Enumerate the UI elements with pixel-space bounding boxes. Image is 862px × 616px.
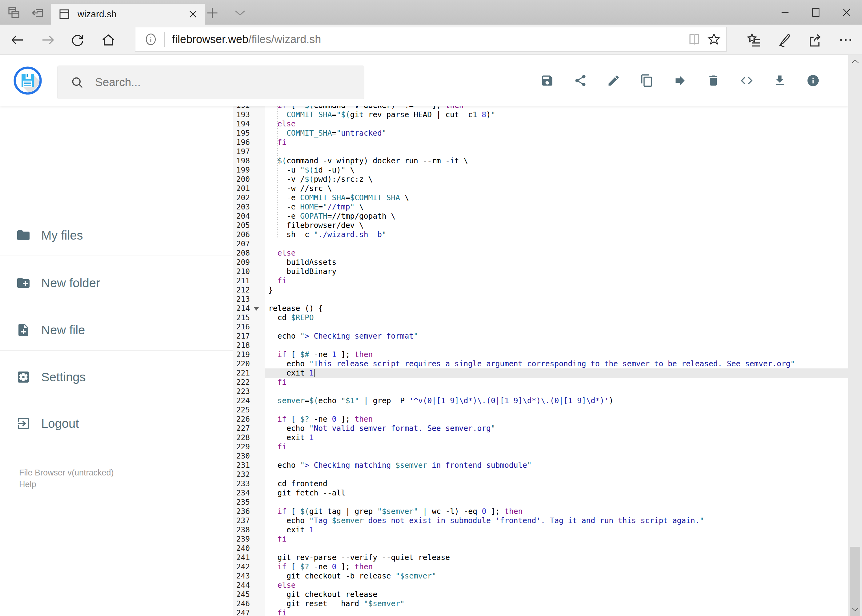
code-line-202[interactable]: 202 -e COMMIT_SHA=$COMMIT_SHA \ xyxy=(233,193,848,202)
search-input[interactable]: Search... xyxy=(57,66,364,99)
maximize-button[interactable] xyxy=(801,0,831,25)
sidebar-item-new-file[interactable]: New file xyxy=(0,319,233,341)
code-line-238[interactable]: 238 exit 1 xyxy=(233,525,848,534)
code-line-222[interactable]: 222 fi xyxy=(233,378,848,387)
code-line-234[interactable]: 234 git fetch --all xyxy=(233,489,848,498)
code-line-233[interactable]: 233 cd frontend xyxy=(233,479,848,489)
close-window-button[interactable] xyxy=(831,0,862,25)
delete-button[interactable] xyxy=(707,74,720,87)
code-line-212[interactable]: 212} xyxy=(233,285,848,295)
url-text[interactable]: filebrowser.web/files/wizard.sh xyxy=(172,33,687,46)
code-line-193[interactable]: 193 COMMIT_SHA="$(git rev-parse HEAD | c… xyxy=(233,110,848,119)
code-line-225[interactable]: 225 xyxy=(233,405,848,415)
code-line-224[interactable]: 224 semver=$(echo "$1" | grep -P '^v(0|[… xyxy=(233,396,848,405)
code-line-227[interactable]: 227 echo "Not valid semver format. See s… xyxy=(233,424,848,433)
code-line-217[interactable]: 217 echo "> Checking semver format" xyxy=(233,332,848,341)
info-button[interactable] xyxy=(806,74,820,87)
address-bar[interactable]: filebrowser.web/files/wizard.sh xyxy=(136,27,726,51)
move-button[interactable] xyxy=(673,74,687,87)
code-line-205[interactable]: 205 filebrowser/dev \ xyxy=(233,221,848,230)
code-line-242[interactable]: 242 if [ $? -ne 0 ]; then xyxy=(233,562,848,571)
code-line-207[interactable]: 207 xyxy=(233,239,848,248)
code-line-221[interactable]: 221 exit 1 xyxy=(233,368,848,378)
code-line-236[interactable]: 236 if [ $(git tag | grep "$semver" | wc… xyxy=(233,507,848,516)
scroll-up-icon[interactable] xyxy=(848,56,862,67)
minimize-button[interactable] xyxy=(770,0,801,25)
code-line-220[interactable]: 220 echo "This release script requires a… xyxy=(233,359,848,368)
code-line-204[interactable]: 204 -e GOPATH=//tmp/gopath \ xyxy=(233,212,848,221)
code-line-229[interactable]: 229 fi xyxy=(233,442,848,451)
sidebar-item-new-folder[interactable]: New folder xyxy=(0,272,233,294)
page-scrollbar[interactable] xyxy=(848,55,862,616)
rename-button[interactable] xyxy=(607,74,621,87)
code-line-206[interactable]: 206 sh -c "./wizard.sh -b" xyxy=(233,230,848,239)
filebrowser-logo[interactable] xyxy=(13,66,43,95)
code-line-245[interactable]: 245 git checkout release xyxy=(233,590,848,599)
code-line-192[interactable]: 192 if [ "$(command -v docker)" != "" ];… xyxy=(233,106,848,110)
code-line-211[interactable]: 211 fi xyxy=(233,276,848,285)
code-line-198[interactable]: 198 $(command -v winpty) docker run --rm… xyxy=(233,156,848,165)
browser-tab[interactable]: wizard.sh xyxy=(51,4,205,25)
code-line-208[interactable]: 208 else xyxy=(233,248,848,258)
more-options-button[interactable] xyxy=(838,32,854,48)
copy-button[interactable] xyxy=(640,74,654,87)
sidebar-item-my-files[interactable]: My files xyxy=(0,225,233,246)
code-line-201[interactable]: 201 -w //src \ xyxy=(233,184,848,193)
annotate-pen-button[interactable] xyxy=(776,32,792,48)
code-line-195[interactable]: 195 COMMIT_SHA="untracked" xyxy=(233,129,848,138)
download-button[interactable] xyxy=(773,74,786,87)
code-line-237[interactable]: 237 echo "Tag $semver does not exist in … xyxy=(233,516,848,525)
code-line-243[interactable]: 243 git checkout -b release "$semver" xyxy=(233,571,848,581)
sidebar-item-settings[interactable]: Settings xyxy=(0,366,233,388)
code-line-244[interactable]: 244 else xyxy=(233,581,848,590)
code-line-230[interactable]: 230 xyxy=(233,451,848,461)
scroll-down-icon[interactable] xyxy=(848,604,862,615)
home-button[interactable] xyxy=(101,33,116,47)
sidebar-item-logout[interactable]: Logout xyxy=(0,413,233,434)
code-line-196[interactable]: 196 fi xyxy=(233,138,848,147)
code-line-241[interactable]: 241 git rev-parse --verify --quiet relea… xyxy=(233,553,848,562)
code-line-240[interactable]: 240 xyxy=(233,544,848,553)
tab-preview-button[interactable] xyxy=(7,6,22,19)
code-line-213[interactable]: 213 xyxy=(233,295,848,304)
code-line-219[interactable]: 219 if [ $# -ne 1 ]; then xyxy=(233,350,848,359)
code-line-209[interactable]: 209 buildAssets xyxy=(233,258,848,267)
tab-close-icon[interactable] xyxy=(188,9,198,19)
source-code-button[interactable] xyxy=(740,74,753,87)
help-link[interactable]: Help xyxy=(19,479,36,490)
code-line-247[interactable]: 247 fi xyxy=(233,608,848,616)
refresh-button[interactable] xyxy=(70,33,85,47)
code-line-226[interactable]: 226 if [ $? -ne 0 ]; then xyxy=(233,415,848,424)
code-line-215[interactable]: 215 cd $REPO xyxy=(233,313,848,322)
back-button[interactable] xyxy=(10,33,25,47)
code-line-199[interactable]: 199 -u "$(id -u)" \ xyxy=(233,165,848,175)
code-line-231[interactable]: 231 echo "> Checking matching $semver in… xyxy=(233,461,848,470)
save-button[interactable] xyxy=(541,74,554,87)
code-line-232[interactable]: 232 xyxy=(233,470,848,479)
favorite-star-icon[interactable] xyxy=(707,32,721,47)
page-info-icon[interactable] xyxy=(144,33,158,46)
new-tab-button[interactable] xyxy=(206,6,219,20)
forward-button[interactable] xyxy=(41,33,55,47)
code-line-214[interactable]: 214release () { xyxy=(233,304,848,313)
code-line-246[interactable]: 246 git reset --hard "$semver" xyxy=(233,599,848,608)
code-line-203[interactable]: 203 -e HOME="//tmp" \ xyxy=(233,202,848,212)
share-page-button[interactable] xyxy=(807,32,823,48)
code-line-218[interactable]: 218 xyxy=(233,341,848,350)
code-line-228[interactable]: 228 exit 1 xyxy=(233,433,848,442)
reading-view-icon[interactable] xyxy=(687,32,702,47)
code-line-210[interactable]: 210 buildBinary xyxy=(233,267,848,276)
tab-menu-button[interactable] xyxy=(234,9,246,17)
code-line-235[interactable]: 235 xyxy=(233,498,848,507)
set-tabs-aside-button[interactable] xyxy=(30,6,45,19)
code-line-239[interactable]: 239 fi xyxy=(233,534,848,544)
fold-arrow-icon[interactable] xyxy=(254,307,259,311)
code-line-216[interactable]: 216 xyxy=(233,322,848,332)
code-line-197[interactable]: 197 xyxy=(233,147,848,156)
code-line-223[interactable]: 223 xyxy=(233,387,848,396)
hub-favorites-button[interactable] xyxy=(746,32,762,48)
share-button[interactable] xyxy=(574,74,587,87)
code-line-194[interactable]: 194 else xyxy=(233,119,848,129)
code-line-200[interactable]: 200 -v /$(pwd):/src:z \ xyxy=(233,175,848,184)
code-editor[interactable]: 192 if [ "$(command -v docker)" != "" ];… xyxy=(233,106,848,616)
